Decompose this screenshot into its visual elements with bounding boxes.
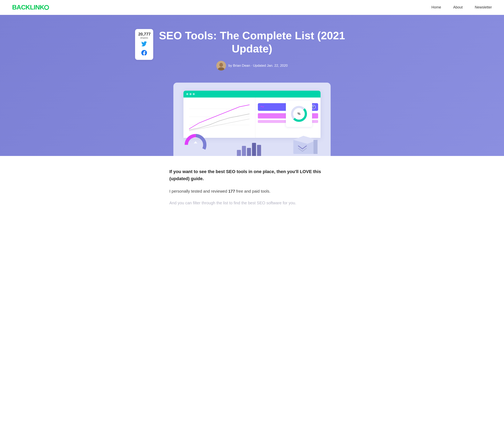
main-nav: BACKLINK Home About Newsletter [0, 0, 504, 15]
author-avatar [216, 61, 226, 71]
hero-title-area: SEO Tools: The Complete List (2021 Updat… [141, 27, 363, 77]
line-chart [187, 101, 252, 133]
intro-paragraph-1: If you want to see the best SEO tools in… [169, 168, 335, 182]
bar-3 [247, 148, 251, 156]
box-illustration [290, 134, 321, 156]
author-line: by Brian Dean · Updated Jan. 22, 2020 [157, 61, 347, 71]
svg-marker-12 [194, 141, 197, 143]
donut-chart-large [183, 134, 208, 156]
browser-bar [183, 91, 321, 97]
nav-about[interactable]: About [453, 5, 463, 9]
share-widget: 20,777 shares [135, 29, 153, 60]
browser-content: 〜 🔍 % [183, 97, 321, 138]
browser-dot-2 [189, 93, 191, 95]
search-panel: 〜 🔍 % [255, 97, 321, 138]
browser-mockup: 〜 🔍 % [183, 91, 321, 138]
intro-normal-prefix: I personally tested and reviewed [169, 189, 228, 194]
svg-point-1 [219, 63, 223, 67]
browser-dot-1 [186, 93, 188, 95]
bar-4 [252, 143, 256, 156]
bar-1 [237, 150, 241, 156]
intro-number: 177 [228, 189, 235, 194]
bar-2 [242, 146, 246, 156]
nav-home[interactable]: Home [432, 5, 441, 9]
intro-paragraph-2: I personally tested and reviewed 177 fre… [169, 188, 335, 195]
svg-marker-15 [314, 140, 317, 154]
search-squiggle-icon: 〜 [260, 104, 264, 110]
content-area: If you want to see the best SEO tools in… [161, 156, 343, 218]
chart-panel [183, 97, 255, 138]
bar-chart [237, 140, 261, 156]
pie-chart: % [290, 105, 308, 123]
share-label: shares [138, 36, 150, 39]
svg-text:%: % [297, 112, 300, 115]
hero-illustration: 〜 🔍 % [173, 83, 331, 156]
hero-section: 20,777 shares SEO Tools: The Complete Li… [0, 15, 504, 156]
facebook-share-button[interactable] [138, 50, 150, 57]
author-updated-text: by Brian Dean · Updated Jan. 22, 2020 [228, 64, 288, 68]
browser-dot-3 [193, 93, 195, 95]
twitter-share-button[interactable] [138, 41, 150, 48]
intro-paragraph-3: And you can filter through the list to f… [169, 200, 335, 206]
intro-normal-suffix: free and paid tools. [235, 189, 270, 194]
nav-newsletter[interactable]: Newsletter [475, 5, 492, 9]
nav-links: Home About Newsletter [432, 5, 492, 9]
share-count: 20,777 [138, 32, 150, 36]
bar-5 [257, 145, 261, 156]
pie-chart-box: % [286, 101, 312, 127]
logo[interactable]: BACKLINK [12, 4, 49, 11]
page-title: SEO Tools: The Complete List (2021 Updat… [157, 29, 347, 55]
